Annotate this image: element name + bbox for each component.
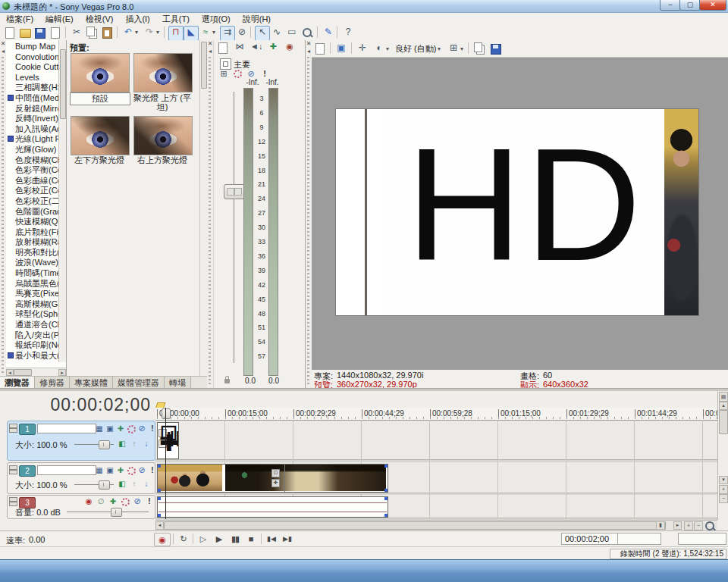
effects-list-item[interactable]: 中間值(Medi <box>8 93 59 104</box>
effects-list-item[interactable]: 高斯模糊(Ga <box>8 299 59 310</box>
pause-button[interactable]: ▮▮ <box>228 533 243 545</box>
track-name-input[interactable] <box>37 465 96 475</box>
effects-list-item[interactable]: 陷入/突出(Pi <box>8 330 59 341</box>
close-button[interactable]: ✕ <box>699 0 726 11</box>
track-volume-slider[interactable] <box>67 512 149 512</box>
dock-grip[interactable]: ✕ ◂ <box>207 40 214 388</box>
maximize-button[interactable]: ▢ <box>679 0 701 11</box>
close-pane-icon[interactable]: ✕ <box>306 40 312 47</box>
effects-list-item[interactable]: Cookie Cutte <box>8 62 59 73</box>
track-minimize-icon[interactable] <box>9 424 17 433</box>
effects-list-item[interactable]: 明亮和對比(B <box>8 248 59 258</box>
dock-tab-4[interactable]: 轉場 <box>165 377 191 389</box>
effects-list-item[interactable]: 色彩曲線(Col <box>8 176 59 186</box>
automation-settings-gear-icon[interactable] <box>120 496 130 506</box>
menu-item-6[interactable]: 說明(H) <box>237 13 277 26</box>
effects-list-item[interactable]: Levels <box>8 73 59 83</box>
marker-bar[interactable] <box>155 391 717 408</box>
save-snapshot-icon[interactable] <box>489 42 503 55</box>
effects-vscrollbar[interactable] <box>58 40 66 362</box>
downmix-output-icon[interactable]: ◄↓ <box>250 41 262 53</box>
effects-list-item[interactable]: 最小和最大(M <box>8 351 59 361</box>
mixer-properties-icon[interactable] <box>217 41 229 53</box>
compositing-mode-icon[interactable]: ◧ <box>117 439 127 449</box>
undo-dropdown-icon[interactable]: ▾ <box>135 29 138 36</box>
scrollbar-thumb[interactable] <box>60 49 66 119</box>
scroll-left-icon[interactable]: ◂ <box>6 369 14 376</box>
undo-icon[interactable]: ↶ <box>121 26 135 39</box>
track-minimize-icon[interactable] <box>9 497 17 506</box>
menu-item-1[interactable]: 編輯(E) <box>39 13 80 26</box>
effects-list-item[interactable]: 球型化(Sphe <box>8 309 59 320</box>
track-level-slider[interactable] <box>74 444 114 445</box>
effects-list-item[interactable]: 色彩校正(二 <box>8 196 59 207</box>
playhead-cursor[interactable] <box>165 408 166 519</box>
time-ruler[interactable]: 00:00:00;0000:00:15;0000:00:29;2900:00:4… <box>155 408 717 421</box>
pen-tool-icon[interactable]: ✎ <box>322 26 335 39</box>
ruler-cursor-handle[interactable] <box>162 408 171 419</box>
selection-length-field[interactable] <box>678 533 726 545</box>
mute-icon[interactable]: ⊘ <box>136 465 147 475</box>
preset-label-top-right[interactable]: 右上方聚光燈 <box>133 155 192 165</box>
arm-record-icon[interactable]: ◉ <box>83 496 94 506</box>
timeline-hscrollbar[interactable]: ◂ ▮ ▸ + − <box>155 520 717 530</box>
zoom-out-track-height-icon[interactable]: − <box>719 494 728 503</box>
split-screen-view-icon[interactable]: ◐ <box>372 42 386 55</box>
quality-dropdown-icon[interactable]: ▾ <box>438 45 441 52</box>
effects-list-item[interactable]: 通道溶合(Ch <box>8 320 59 330</box>
normal-edit-tool-icon[interactable]: ↖ <box>255 26 270 41</box>
auto-ripple-icon[interactable]: ◣ <box>184 26 199 41</box>
preset-thumbnail-default[interactable] <box>71 53 130 92</box>
loop-playback-button[interactable]: ↻ <box>176 533 191 545</box>
dock-tab-1[interactable]: 修剪器 <box>35 377 70 389</box>
overlay-dropdown-icon[interactable]: ▾ <box>460 45 463 52</box>
mute-icon[interactable]: ⊘ <box>132 496 143 506</box>
make-compositing-parent-icon[interactable]: ↓ <box>141 479 152 489</box>
pane-p-button[interactable]: ▤ <box>719 392 728 402</box>
track-header-2[interactable]: 2 ▦ ▣ ✚ ⊘ ! 大小: 100.0 % ◧ ↑ ↓ <box>7 462 155 494</box>
zoom-tool-icon[interactable] <box>300 26 314 39</box>
effects-list-item[interactable]: Bump Map <box>8 42 59 52</box>
video-event-hd[interactable]: HD ⊡ ✚ <box>157 422 179 459</box>
copy-icon[interactable] <box>85 26 99 39</box>
effects-list-item[interactable]: 烏賊墨黑色(S <box>8 279 59 289</box>
event-pan-crop-icon[interactable]: ⊡ <box>271 469 280 477</box>
menu-item-3[interactable]: 插入(I) <box>119 13 155 26</box>
video-event-store[interactable]: ⊡ ✚ <box>157 464 388 493</box>
play-button[interactable]: ▶ <box>212 533 227 545</box>
effects-list-item[interactable]: 色度模糊(Ch <box>8 155 59 166</box>
solo-icon[interactable]: ! <box>144 496 155 506</box>
close-pane-icon[interactable]: ✕ <box>0 40 6 47</box>
go-to-start-button[interactable]: ▮◀ <box>264 533 279 545</box>
timeline-area[interactable]: 00:00:00;0000:00:15;0000:00:29;2900:00:4… <box>155 391 717 520</box>
preset-label-default[interactable]: 預設 <box>70 92 130 105</box>
effects-hscrollbar[interactable]: ◂ ▸ <box>6 368 66 376</box>
effects-list-item[interactable]: 反轉(Invert) <box>8 114 59 124</box>
enable-snapping-icon[interactable]: ⊓ <box>168 26 184 41</box>
insert-bus-icon[interactable]: ⋈ <box>234 41 246 53</box>
preset-label-bottom-left[interactable]: 左下方聚光燈 <box>70 155 129 165</box>
master-fader-track[interactable] <box>234 92 234 363</box>
scrollbar-thumb[interactable] <box>719 410 728 434</box>
lock-envelopes-icon[interactable]: ⇉ <box>220 26 235 41</box>
new-project-icon[interactable] <box>3 26 17 39</box>
external-monitor-icon[interactable]: ▣ <box>334 42 348 55</box>
pan-fader-icon[interactable]: ⊞ <box>218 68 230 80</box>
go-to-end-button[interactable]: ▶▮ <box>280 533 295 545</box>
track-header-1[interactable]: 1 ▦ ▣ ✚ ⊘ ! 大小: 100.0 % ◧ ↑ ↓ <box>7 421 155 461</box>
preview-quality-dropdown[interactable]: 良好 (自動) <box>395 43 436 55</box>
ignore-grouping-icon[interactable]: ⊘ <box>235 26 249 39</box>
audio-event[interactable] <box>157 496 388 518</box>
menu-item-2[interactable]: 檢視(V) <box>80 13 120 26</box>
scroll-up-icon[interactable]: ▴ <box>719 402 728 410</box>
dock-tab-3[interactable]: 媒體管理器 <box>113 377 165 389</box>
lock-fader-icon[interactable] <box>224 379 230 383</box>
effects-list-item[interactable]: 放射模糊(Ra <box>8 237 59 248</box>
properties-icon[interactable] <box>49 26 62 39</box>
preset-thumbnail-bottom-left[interactable] <box>71 116 130 155</box>
zoom-in-time-icon[interactable]: + <box>684 521 693 530</box>
event-fx-icon[interactable]: ✚ <box>271 479 280 487</box>
scrollbar-thumb[interactable] <box>164 521 666 530</box>
track-fx-icon[interactable]: ✚ <box>115 424 126 433</box>
track-minimize-icon[interactable] <box>9 465 17 474</box>
